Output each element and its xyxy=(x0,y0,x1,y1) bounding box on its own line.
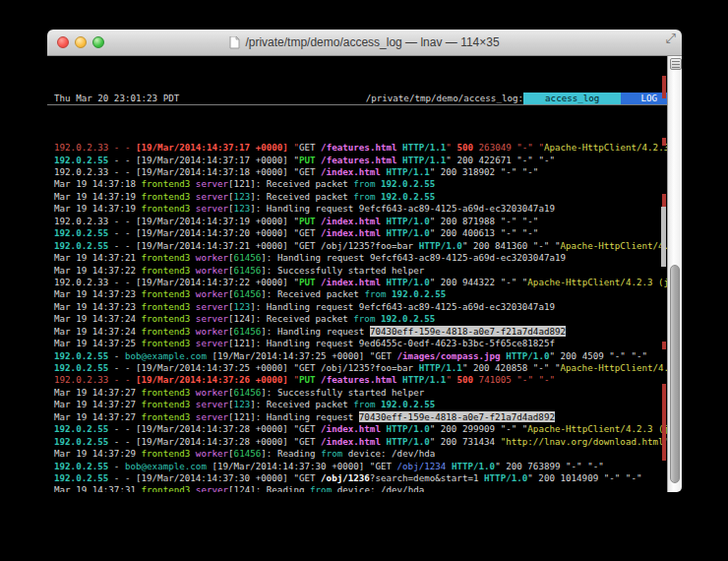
log-line: Mar 19 14:37:29 frontend3 worker[61456]:… xyxy=(47,448,667,460)
scrollbar[interactable] xyxy=(667,56,682,492)
log-line: 192.0.2.33 - - [19/Mar/2014:14:37:19 +00… xyxy=(47,216,667,227)
scrollbar-widget-icon[interactable] xyxy=(670,58,682,70)
log-line: 192.0.2.55 - - [19/Mar/2014:14:37:30 +00… xyxy=(47,472,667,484)
log-line: Mar 19 14:37:23 frontend3 server[123]: H… xyxy=(47,301,667,313)
file-path: /private/tmp/demo/access_log xyxy=(366,93,518,104)
terminal-content[interactable]: Thu Mar 20 23:01:23 PDT /private/tmp/dem… xyxy=(47,56,667,492)
log-line: 192.0.2.55 - - [19/Mar/2014:14:37:20 +00… xyxy=(47,227,667,239)
lnav-scrollbar[interactable] xyxy=(662,56,666,492)
error-mark xyxy=(662,194,666,208)
log-line: 192.0.2.55 - bob@example.com [19/Mar/201… xyxy=(47,461,667,472)
log-line: Mar 19 14:37:23 frontend3 worker[61456]:… xyxy=(47,288,667,300)
title-bar[interactable]: /private/tmp/demo/access_log — lnav — 11… xyxy=(47,30,682,56)
log-line: Mar 19 14:37:24 frontend3 worker[61456]:… xyxy=(47,326,667,338)
terminal-window: /private/tmp/demo/access_log — lnav — 11… xyxy=(47,30,682,492)
document-icon xyxy=(229,36,240,49)
error-mark xyxy=(662,138,666,146)
log-line: Mar 19 14:37:22 frontend3 worker[61456]:… xyxy=(47,265,667,277)
log-line: 192.0.2.33 - - [19/Mar/2014:14:37:18 +00… xyxy=(47,166,667,178)
log-line: 192.0.2.33 - - [19/Mar/2014:14:37:22 +00… xyxy=(47,277,667,288)
log-mode-badge: LOG xyxy=(621,93,667,104)
log-line: 192.0.2.55 - - [19/Mar/2014:14:37:28 +00… xyxy=(47,436,667,448)
window-title: /private/tmp/demo/access_log — lnav — 11… xyxy=(245,35,499,49)
log-line: Mar 19 14:37:27 frontend3 server[121]: H… xyxy=(47,411,667,423)
log-line: 192.0.2.55 - bob@example.com [19/Mar/201… xyxy=(47,350,667,362)
lnav-scroll-thumb[interactable] xyxy=(661,207,666,267)
log-line: Mar 19 14:37:19 frontend3 server[123]: H… xyxy=(47,203,667,215)
scrollbar-thumb[interactable] xyxy=(670,265,680,483)
log-line: Mar 19 14:37:31 frontend3 server[124]: R… xyxy=(47,484,667,492)
log-line: 192.0.2.55 - - [19/Mar/2014:14:37:21 +00… xyxy=(47,240,667,252)
error-mark xyxy=(662,342,666,349)
clock: Thu Mar 20 23:01:23 PDT xyxy=(54,93,179,104)
window-title-area: /private/tmp/demo/access_log — lnav — 11… xyxy=(47,30,682,55)
log-line: Mar 19 14:37:18 frontend3 server[121]: R… xyxy=(47,178,667,190)
log-line: 192.0.2.55 - - [19/Mar/2014:14:37:25 +00… xyxy=(47,362,667,374)
log-line: Mar 19 14:37:24 frontend3 server[124]: R… xyxy=(47,313,667,325)
log-line: 192.0.2.33 - - [19/Mar/2014:14:37:17 +00… xyxy=(47,142,667,154)
log-line: Mar 19 14:37:19 frontend3 server[123]: R… xyxy=(47,191,667,203)
log-lines: 192.0.2.33 - - [19/Mar/2014:14:37:17 +00… xyxy=(47,142,667,492)
log-line: Mar 19 14:37:21 frontend3 worker[61456]:… xyxy=(47,252,667,264)
log-line: Mar 19 14:37:25 frontend3 server[121]: H… xyxy=(47,338,667,349)
log-line: Mar 19 14:37:27 frontend3 server[123]: R… xyxy=(47,399,667,410)
lnav-top-bar: Thu Mar 20 23:01:23 PDT /private/tmp/dem… xyxy=(47,93,667,104)
file-badge: access_log xyxy=(523,93,621,104)
log-line: 192.0.2.33 - - [19/Mar/2014:14:37:26 +00… xyxy=(47,374,667,386)
error-mark xyxy=(662,76,666,98)
log-line: Mar 19 14:37:27 frontend3 worker[61456]:… xyxy=(47,387,667,399)
log-line: 192.0.2.55 - - [19/Mar/2014:14:37:17 +00… xyxy=(47,155,667,166)
fullscreen-icon[interactable]: ⤢ xyxy=(666,31,676,46)
log-line: 192.0.2.55 - - [19/Mar/2014:14:37:28 +00… xyxy=(47,423,667,435)
error-mark xyxy=(662,384,666,461)
